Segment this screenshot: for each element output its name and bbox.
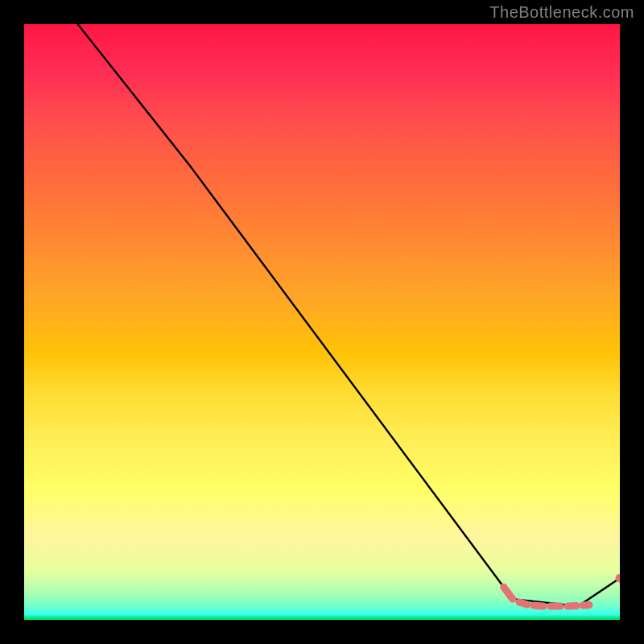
gradient-plot-area [24, 24, 620, 620]
attribution-text: TheBottleneck.com [489, 3, 634, 22]
chart-container: TheBottleneck.com [0, 0, 644, 644]
